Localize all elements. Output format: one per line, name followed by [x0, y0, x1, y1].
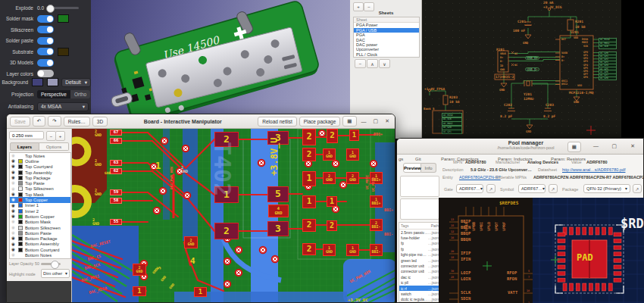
background-color-swatch-1[interactable]	[32, 78, 43, 86]
layer-row[interactable]: ◉Inner 1	[10, 203, 70, 208]
layer-row[interactable]: ◉Top Mask	[10, 192, 70, 197]
layer-row[interactable]: ◉Outline	[10, 158, 70, 164]
grid-plus-button[interactable]: +	[55, 131, 65, 141]
visibility-eye-icon[interactable]: ◉	[11, 236, 17, 241]
maximize-icon[interactable]: ▢	[371, 118, 381, 124]
visibility-eye-icon[interactable]: ◉	[11, 248, 17, 252]
layer-row[interactable]: ◉Bottom Paste	[10, 230, 70, 236]
visibility-eye-icon[interactable]: ◉	[11, 198, 17, 202]
pool-part-row[interactable]: dcdc ic regula……json	[399, 297, 440, 302]
pool-part-row[interactable]: fp…json	[399, 246, 440, 251]
visibility-eye-icon[interactable]: ◉	[11, 253, 17, 258]
tab-settings[interactable]: gs	[399, 157, 403, 161]
tab-layers[interactable]: Layers	[10, 142, 39, 151]
datasheet-link[interactable]: http://www.anal…s/ADRF6780.pdf	[562, 167, 625, 172]
layer-row[interactable]: ◉Top Assembly	[10, 170, 70, 175]
layer-color-swatch[interactable]	[58, 48, 69, 56]
3d-viewport[interactable]: Use 14500 Lithium rechargeable	[91, 0, 350, 115]
layer-row[interactable]: ◉Top Paste	[10, 180, 70, 186]
pool-part-row[interactable]: dac ic…json	[399, 274, 440, 280]
minimize-icon[interactable]: —	[591, 143, 601, 148]
rules-button[interactable]: Rules…	[64, 117, 90, 127]
entity-link[interactable]: ADRF6780ACPZN-R7	[459, 175, 501, 180]
layer-row[interactable]: ◉Top Notes	[10, 153, 70, 158]
visibility-eye-icon[interactable]: ◉	[11, 176, 17, 180]
package-dropdown[interactable]: QFN-32 (Primary)▾	[583, 184, 630, 193]
menu-grid-icon[interactable]: ▦	[567, 142, 581, 152]
layer-row[interactable]: ◉Top Silkscreen	[10, 186, 70, 192]
place-package-button[interactable]: Place package	[299, 117, 341, 127]
pool-part-row[interactable]: green led…json	[399, 258, 440, 263]
undo-icon[interactable]: ↶	[33, 116, 45, 127]
symbol-preview-canvas[interactable]: $REFDESBBIPBBINBBQPBBQNIFIPIFINLOIPLOINS…	[439, 198, 533, 303]
visibility-eye-icon[interactable]: ◉	[11, 242, 17, 247]
schematic-canvas[interactable]: 20 mA+3.3V_DIGC201100 nFGNDR20110 kΩU201…	[422, 0, 644, 139]
save-button[interactable]: Save	[10, 117, 30, 127]
layer-color-swatch[interactable]	[58, 14, 69, 23]
symbol-goto-icon[interactable]: ↗	[549, 184, 558, 193]
visibility-eye-icon[interactable]: ◉	[11, 170, 17, 175]
pool-part-row[interactable]: fp…json	[399, 241, 440, 246]
pool-part-row[interactable]: ic pll…json	[399, 280, 440, 286]
pcb-canvas[interactable]: 676663625958552 GND2 GND2 GND2 GND12 GND…	[72, 129, 395, 302]
pool-part-row[interactable]: fuse-holder…json	[399, 235, 440, 240]
layer-row[interactable]: ◉Bottom Courtyard	[10, 247, 70, 252]
package-preview-canvas[interactable]: PAD$RD	[533, 198, 644, 303]
visibility-eye-icon[interactable]: ◉	[11, 164, 17, 169]
projection-perspective-button[interactable]: Perspective	[37, 90, 70, 98]
layer-row[interactable]: ◉Bottom Copper	[10, 214, 70, 219]
redo-icon[interactable]: ↷	[48, 116, 61, 127]
visibility-eye-icon[interactable]: ◉	[11, 209, 17, 214]
toggle-switch[interactable]	[37, 37, 54, 45]
tab-git[interactable]: Git	[415, 157, 421, 161]
minimize-icon[interactable]: —	[359, 119, 369, 124]
sheet-move-up-button[interactable]: ∧	[367, 59, 378, 68]
visibility-eye-icon[interactable]: ◉	[11, 187, 17, 192]
pool-filter-box-2[interactable]	[400, 198, 439, 220]
sheet-remove-button[interactable]: −	[355, 59, 366, 68]
pool-part-row[interactable]: light-pipe mo……json	[399, 252, 440, 258]
visibility-eye-icon[interactable]: ◉	[11, 204, 17, 208]
3d-button[interactable]: 3D	[92, 117, 108, 127]
pool-part-row[interactable]: switch…json	[399, 291, 440, 296]
layer-row[interactable]: ◉Top Courtyard	[10, 164, 70, 170]
tab-info[interactable]: Info	[421, 163, 436, 173]
layer-row[interactable]: ◉Top Package	[10, 175, 70, 180]
layer-opacity-slider[interactable]	[41, 263, 61, 265]
layer-row[interactable]: ◉Bottom Package	[10, 236, 70, 241]
projection-ortho-button[interactable]: Ortho	[70, 90, 90, 98]
visibility-eye-icon[interactable]: ◉	[11, 181, 17, 186]
visibility-eye-icon[interactable]: ◉	[11, 231, 17, 236]
toggle-switch[interactable]	[37, 59, 54, 67]
layer-row[interactable]: ◉Bottom Mask	[10, 220, 70, 225]
background-preset-dropdown[interactable]: Default▾	[61, 78, 91, 87]
pool-part-row[interactable]: connector usb…json	[399, 269, 440, 274]
gate-dropdown[interactable]: ADRF67…▾	[456, 184, 483, 193]
background-color-swatch-2[interactable]	[47, 78, 58, 86]
sheets-list[interactable]: SheetPGA PowerPGA / USBPGADACDAC powerUp…	[353, 17, 420, 58]
visibility-eye-icon[interactable]: ◉	[11, 192, 17, 197]
layer-row[interactable]: ◉Bottom Notes	[10, 252, 70, 258]
antialiasing-dropdown[interactable]: 4x MSAA▾	[37, 102, 89, 111]
symbol-dropdown[interactable]: ADRF67…▾	[518, 184, 546, 193]
close-icon[interactable]: ✕	[628, 143, 637, 149]
pool-filter-box-1[interactable]	[400, 176, 439, 197]
gate-goto-icon[interactable]: ↗	[486, 184, 496, 193]
close-icon[interactable]: ✕	[383, 118, 392, 124]
grid-spacing-input[interactable]: 0.250 mm	[9, 131, 44, 139]
pool-part-row[interactable]: ic rf…json	[399, 286, 440, 291]
package-goto-icon[interactable]: ↗	[633, 184, 642, 193]
sheet-move-down-button[interactable]: ∨	[379, 59, 390, 68]
pool-part-row[interactable]: 2.5mm passiv……json	[399, 230, 440, 235]
highlight-mode-dropdown[interactable]: Dim other▾	[41, 269, 70, 278]
tab-options[interactable]: Options	[39, 142, 69, 151]
toggle-switch[interactable]	[37, 48, 54, 55]
sheet-row[interactable]: PLL / Clock	[354, 52, 419, 57]
tab-preview[interactable]: Preview	[403, 163, 421, 173]
maximize-icon[interactable]: ▢	[609, 143, 619, 149]
toggle-switch[interactable]	[37, 26, 54, 33]
layer-row[interactable]: ◉Bottom Silkscreen	[10, 225, 70, 230]
pool-part-row[interactable]: connector usb…json	[399, 263, 440, 268]
layer-row[interactable]: ◉Top Copper	[10, 197, 70, 202]
pool-parts-list[interactable]: TagsPath2.5mm passiv……jsonfuse-holder…js…	[399, 222, 441, 302]
